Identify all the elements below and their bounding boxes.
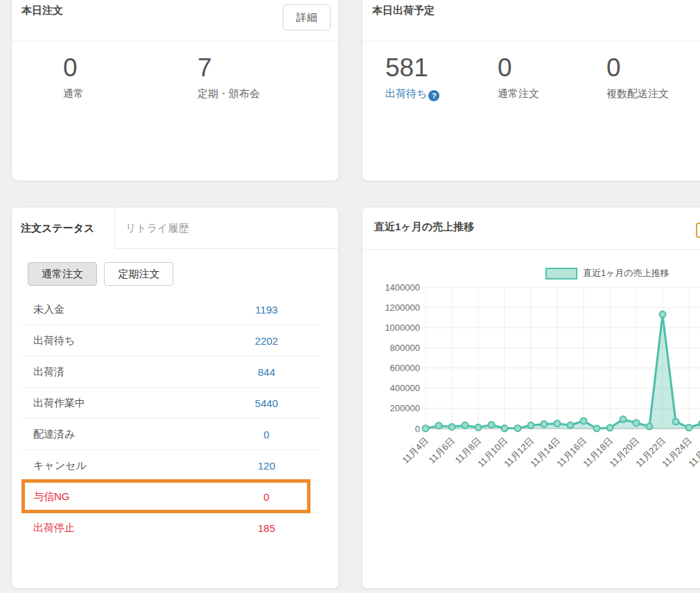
today-orders-header: 本日注文 詳細 xyxy=(12,0,338,42)
stat-multi-delivery: 0 複数配送注文 xyxy=(606,55,669,101)
order-status-card: 注文ステータス リトライ履歴 通常注文 定期注文 未入金 1193 出荷待ち 2… xyxy=(11,207,339,589)
filter-normal-orders-button[interactable]: 通常注文 xyxy=(28,262,97,286)
detail-button[interactable]: 詳細 xyxy=(283,4,331,31)
row-value-link[interactable]: 0 xyxy=(213,429,320,440)
table-row: 配達済み 0 xyxy=(23,419,320,450)
stat-label: 出荷待ち xyxy=(385,87,427,99)
sales-trend-card: 直近1ヶ月の売上推移 直近1ヶ月の売上推移 020000040000060000… xyxy=(362,207,700,589)
row-label: 出荷作業中 xyxy=(23,397,213,410)
svg-text:1200000: 1200000 xyxy=(385,302,420,313)
today-shipments-header: 本日出荷予定 xyxy=(362,0,700,42)
stat-label: 通常 xyxy=(63,87,84,101)
row-value-link[interactable]: 2202 xyxy=(213,335,320,347)
order-type-filters: 通常注文 定期注文 xyxy=(28,262,320,286)
stat-label: 通常注文 xyxy=(498,87,539,101)
help-question-icon[interactable]: ? xyxy=(428,90,439,101)
row-label: 与信NG xyxy=(23,490,213,504)
order-status-body: 通常注文 定期注文 未入金 1193 出荷待ち 2202 出荷済 844 出荷作… xyxy=(12,262,338,543)
svg-text:11月6日: 11月6日 xyxy=(426,436,457,466)
row-value-link[interactable]: 120 xyxy=(213,460,320,472)
row-value-link[interactable]: 185 xyxy=(213,522,320,534)
table-row-credit-ng: 与信NG 0 xyxy=(23,481,320,513)
awaiting-shipment-link[interactable]: 出荷待ち? xyxy=(385,87,439,101)
svg-text:800000: 800000 xyxy=(390,343,420,353)
stat-value: 581 xyxy=(385,55,439,81)
sales-line-chart: 0200000400000600000800000100000012000001… xyxy=(362,257,700,493)
stat-label: 定期・頒布会 xyxy=(198,87,260,101)
row-label: 出荷待ち xyxy=(23,334,213,347)
svg-text:11月4日: 11月4日 xyxy=(400,436,430,466)
tab-order-status[interactable]: 注文ステータス xyxy=(12,207,115,249)
row-label: 出荷停止 xyxy=(23,522,213,535)
row-value-link[interactable]: 5440 xyxy=(213,397,320,409)
stat-normal-orders: 0 通常 xyxy=(63,55,84,101)
row-value-link[interactable]: 1193 xyxy=(213,304,320,316)
row-value-link[interactable]: 844 xyxy=(213,366,320,378)
row-label: キャンセル xyxy=(23,459,213,472)
sales-trend-title: 直近1ヶ月の売上推移 xyxy=(374,221,474,234)
svg-text:1400000: 1400000 xyxy=(385,282,420,293)
svg-text:1000000: 1000000 xyxy=(385,323,420,333)
svg-text:0: 0 xyxy=(415,424,420,434)
order-status-tabbar: 注文ステータス リトライ履歴 xyxy=(12,207,338,249)
stat-value: 0 xyxy=(63,55,84,81)
today-shipments-card: 本日出荷予定 581 出荷待ち? 0 通常注文 0 複数配送注文 xyxy=(362,0,700,181)
today-orders-title: 本日注文 xyxy=(21,4,63,17)
today-shipments-title: 本日出荷予定 xyxy=(372,4,435,17)
table-row-shipment-stopped: 出荷停止 185 xyxy=(23,513,320,543)
table-row: 未入金 1193 xyxy=(23,294,320,325)
row-label: 配達済み xyxy=(23,428,213,441)
tab-retry-history[interactable]: リトライ履歴 xyxy=(115,207,189,249)
svg-text:200000: 200000 xyxy=(390,403,420,413)
stat-value: 7 xyxy=(198,55,260,81)
stat-label: 複数配送注文 xyxy=(606,87,669,101)
svg-text:400000: 400000 xyxy=(390,383,420,393)
stat-value: 0 xyxy=(498,55,539,81)
calendar-icon-partial[interactable] xyxy=(696,223,700,238)
row-value-link[interactable]: 0 xyxy=(213,491,320,503)
table-row: キャンセル 120 xyxy=(23,450,320,481)
order-status-table: 未入金 1193 出荷待ち 2202 出荷済 844 出荷作業中 5440 配達… xyxy=(23,294,320,543)
table-row: 出荷作業中 5440 xyxy=(23,388,320,419)
dashboard-page: 本日注文 詳細 0 通常 7 定期・頒布会 本日出荷予定 581 出荷待ち? 0… xyxy=(0,0,700,593)
filter-subscription-orders-button[interactable]: 定期注文 xyxy=(104,262,173,286)
stat-value: 0 xyxy=(606,55,669,81)
sales-trend-header: 直近1ヶ月の売上推移 xyxy=(362,207,700,250)
stat-subscription-orders: 7 定期・頒布会 xyxy=(198,55,260,101)
stat-normal-shipments: 0 通常注文 xyxy=(498,55,539,101)
svg-text:600000: 600000 xyxy=(390,363,420,373)
table-row: 出荷済 844 xyxy=(23,356,320,388)
row-label: 未入金 xyxy=(23,303,213,316)
row-label: 出荷済 xyxy=(23,366,213,379)
today-orders-card: 本日注文 詳細 0 通常 7 定期・頒布会 xyxy=(11,0,339,181)
table-row: 出荷待ち 2202 xyxy=(23,325,320,356)
stat-awaiting-shipment: 581 出荷待ち? xyxy=(385,55,439,101)
